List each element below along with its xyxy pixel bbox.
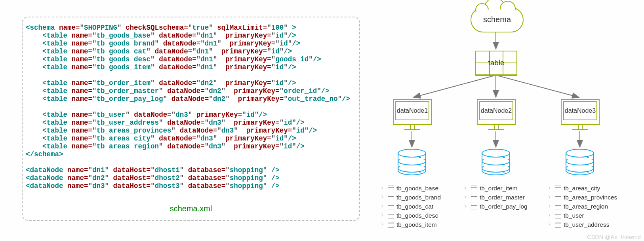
list-item-label: tb_areas_provinces: [564, 193, 617, 202]
chevron-right-icon: 〉: [381, 184, 385, 193]
datanode-2-label: dataNode2: [479, 101, 513, 120]
table-icon: [555, 195, 561, 200]
datanode-1: dataNode1: [393, 99, 432, 125]
datanode-3-label: dataNode3: [563, 101, 597, 120]
list-item-label: tb_goods_base: [396, 184, 438, 193]
table-icon: [555, 222, 561, 228]
list-item-label: tb_areas_region: [564, 202, 608, 211]
schema-diagram: schema table dataNode1 dataNode2 dataNod…: [376, 0, 642, 241]
list-item: 〉tb_user_address: [548, 220, 617, 229]
chevron-right-icon: 〉: [464, 184, 469, 193]
list-item-label: tb_user: [564, 211, 584, 220]
list-item: 〉tb_user: [548, 211, 617, 220]
list-item: 〉tb_areas_region: [548, 202, 617, 211]
table-list-2: 〉tb_order_item〉tb_order_master〉tb_order_…: [464, 184, 528, 211]
list-item-label: tb_order_item: [480, 184, 518, 193]
datanode-1-label: dataNode1: [395, 101, 429, 120]
chevron-right-icon: 〉: [464, 193, 469, 202]
table-node: table: [475, 51, 517, 76]
list-item: 〉tb_goods_brand: [381, 193, 441, 202]
table-icon: [555, 213, 561, 218]
schema-cloud: schema: [471, 7, 524, 32]
list-item: 〉tb_goods_desc: [381, 211, 441, 220]
chevron-right-icon: 〉: [548, 193, 553, 202]
chevron-right-icon: 〉: [381, 220, 385, 229]
chevron-right-icon: 〉: [381, 193, 385, 202]
list-item-label: tb_user_address: [564, 220, 609, 229]
table-icon: [388, 204, 394, 209]
db-1: [398, 149, 426, 177]
list-item-label: tb_goods_item: [396, 220, 437, 229]
xml-code-block: <schema name="SHOPPING" checkSQLschema="…: [26, 24, 356, 190]
table-icon: [471, 195, 477, 200]
table-list-1: 〉tb_goods_base〉tb_goods_brand〉tb_goods_c…: [381, 184, 441, 229]
table-icon: [388, 222, 394, 228]
datanode-3: dataNode3: [561, 99, 600, 125]
db-2: [482, 149, 510, 177]
watermark: CSDN @Ae_thewind: [587, 234, 641, 240]
chevron-right-icon: 〉: [381, 202, 385, 211]
chevron-right-icon: 〉: [464, 202, 469, 211]
table-list-3: 〉tb_areas_city〉tb_areas_provinces〉tb_are…: [548, 184, 617, 229]
table-icon: [471, 204, 477, 209]
table-icon: [388, 195, 394, 200]
svg-line-3: [496, 75, 579, 97]
chevron-right-icon: 〉: [548, 184, 553, 193]
list-item: 〉tb_goods_base: [381, 184, 441, 193]
list-item: 〉tb_order_item: [464, 184, 528, 193]
table-icon: [388, 213, 394, 218]
table-icon: [555, 204, 561, 209]
list-item-label: tb_goods_cat: [396, 202, 433, 211]
list-item-label: tb_order_pay_log: [480, 202, 528, 211]
list-item-label: tb_areas_city: [564, 184, 600, 193]
schema-label: schema: [483, 15, 511, 24]
chevron-right-icon: 〉: [548, 220, 553, 229]
list-item: 〉tb_order_pay_log: [464, 202, 528, 211]
svg-line-1: [413, 75, 496, 97]
list-item-label: tb_goods_desc: [396, 211, 438, 220]
table-icon: [555, 186, 561, 191]
chevron-right-icon: 〉: [548, 211, 553, 220]
table-icon: [471, 186, 477, 191]
list-item: 〉tb_goods_item: [381, 220, 441, 229]
list-item-label: tb_goods_brand: [396, 193, 441, 202]
list-item-label: tb_order_master: [480, 193, 525, 202]
code-caption: schema.xml: [26, 204, 356, 213]
list-item: 〉tb_goods_cat: [381, 202, 441, 211]
chevron-right-icon: 〉: [548, 202, 553, 211]
db-3: [566, 149, 594, 177]
list-item: 〉tb_areas_city: [548, 184, 617, 193]
code-panel: <schema name="SHOPPING" checkSQLschema="…: [22, 17, 360, 221]
list-item: 〉tb_order_master: [464, 193, 528, 202]
list-item: 〉tb_areas_provinces: [548, 193, 617, 202]
table-label: table: [476, 59, 516, 67]
datanode-2: dataNode2: [477, 99, 516, 125]
chevron-right-icon: 〉: [381, 211, 385, 220]
table-icon: [388, 186, 394, 191]
